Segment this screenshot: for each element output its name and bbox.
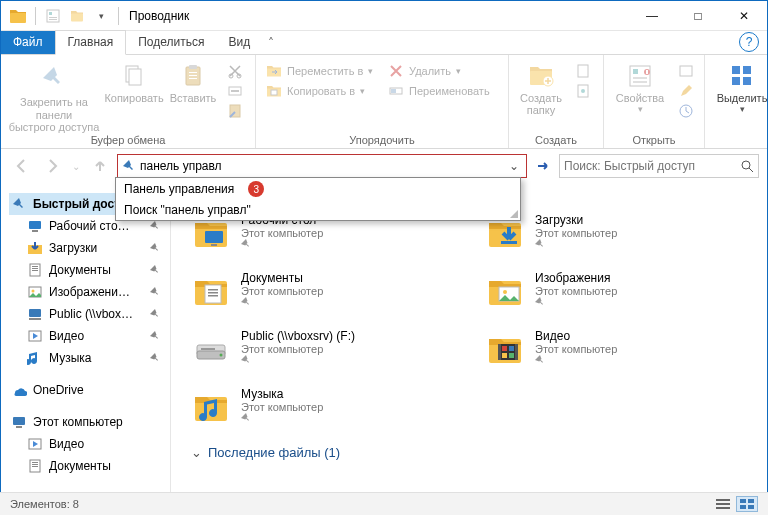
nav-up-button[interactable] (87, 153, 113, 179)
svg-rect-51 (29, 318, 41, 320)
folder-item[interactable]: Документы Этот компьютер (191, 271, 465, 311)
svg-point-75 (220, 354, 223, 357)
pin-icon (535, 239, 617, 249)
new-folder-button[interactable]: Создать папку (515, 58, 567, 116)
folder-item[interactable]: Загрузки Этот компьютер (485, 213, 759, 253)
sidebar-item-label: Public (\\vbox… (49, 307, 133, 321)
tab-file[interactable]: Файл (1, 31, 55, 54)
resize-gripper[interactable] (508, 208, 518, 218)
copy-path-button[interactable] (223, 82, 249, 100)
address-bar[interactable]: ⌄ (117, 154, 527, 178)
svg-rect-2 (49, 12, 52, 15)
folder-item[interactable]: Изображения Этот компьютер (485, 271, 759, 311)
pin-icon (535, 355, 617, 365)
new-item-button[interactable] (571, 62, 597, 80)
paste-shortcut-button[interactable] (223, 102, 249, 120)
group-label-clipboard: Буфер обмена (91, 134, 166, 148)
folder-item[interactable]: Музыка Этот компьютер (191, 387, 465, 427)
open-button[interactable] (674, 62, 698, 80)
svg-rect-89 (740, 499, 746, 503)
sidebar-item[interactable]: Видео (9, 433, 168, 455)
content-pane[interactable]: Рабочий стол Этот компьютер Загрузки Это… (171, 183, 767, 493)
history-button[interactable] (674, 102, 698, 120)
details-view-button[interactable] (712, 496, 734, 512)
onedrive-icon (11, 382, 27, 398)
qat-properties-icon[interactable] (42, 5, 64, 27)
pin-quick-access-button[interactable]: Закрепить на панели быстрого доступа (7, 58, 101, 134)
ribbon-group-select: Выделить ▾ (705, 55, 768, 148)
pin-icon (150, 265, 166, 275)
move-to-button[interactable]: Переместить в ▾ (262, 62, 380, 80)
svg-point-49 (32, 290, 35, 293)
copy-button[interactable]: Копировать (105, 58, 163, 104)
tab-home[interactable]: Главная (55, 30, 127, 55)
svg-rect-38 (732, 77, 740, 85)
folder-item[interactable]: Видео Этот компьютер (485, 329, 759, 369)
svg-rect-79 (498, 344, 501, 360)
annotation-badge: 3 (248, 181, 264, 197)
folder-item[interactable]: Public (\\vboxsrv) (F:) Этот компьютер (191, 329, 465, 369)
properties-button[interactable]: Свойства ▾ (610, 58, 670, 114)
help-button[interactable]: ? (739, 32, 759, 52)
pin-icon (241, 239, 323, 249)
svg-rect-5 (71, 13, 83, 21)
paste-button[interactable]: Вставить (167, 58, 219, 104)
address-dropdown[interactable]: ⌄ (506, 159, 522, 173)
qat-new-folder-icon[interactable] (66, 5, 88, 27)
onedrive-label: OneDrive (33, 383, 84, 397)
folder-icon (27, 306, 43, 322)
svg-rect-54 (16, 426, 22, 428)
rename-label: Переименовать (409, 85, 490, 97)
pin-quick-access-label: Закрепить на панели быстрого доступа (7, 96, 101, 134)
sidebar-item[interactable]: Документы (9, 259, 168, 281)
sidebar-item[interactable]: Музыка (9, 347, 168, 369)
search-input[interactable] (564, 156, 736, 176)
pin-icon (241, 355, 355, 365)
suggestion-item[interactable]: Панель управления 3 (116, 178, 520, 200)
sidebar-item[interactable]: Public (\\vbox… (9, 303, 168, 325)
go-button[interactable] (531, 154, 555, 178)
ribbon-collapse-button[interactable]: ˄ (262, 34, 280, 52)
minimize-button[interactable]: — (629, 1, 675, 31)
svg-rect-62 (211, 244, 217, 246)
cut-button[interactable] (223, 62, 249, 80)
edit-button[interactable] (674, 82, 698, 100)
select-button[interactable]: Выделить ▾ (711, 58, 768, 114)
ribbon-tabs: Файл Главная Поделиться Вид ˄ ? (1, 31, 767, 55)
pin-icon (150, 309, 166, 319)
sidebar-onedrive[interactable]: OneDrive (9, 379, 168, 401)
paste-label: Вставить (170, 92, 217, 104)
sidebar-item[interactable]: Документы (9, 455, 168, 477)
properties-label: Свойства (616, 92, 664, 104)
nav-back-button[interactable] (9, 153, 35, 179)
sidebar-item[interactable]: Изображени… (9, 281, 168, 303)
quick-access-label: Быстрый досту (33, 197, 127, 211)
nav-forward-button[interactable] (39, 153, 65, 179)
sidebar-item[interactable]: Видео (9, 325, 168, 347)
tab-view[interactable]: Вид (216, 31, 262, 54)
nav-recent-dropdown[interactable]: ⌄ (69, 153, 83, 179)
search-icon[interactable] (740, 159, 754, 173)
folder-location: Этот компьютер (535, 343, 617, 355)
copy-to-button[interactable]: Копировать в ▾ (262, 82, 380, 100)
qat-customize-dropdown[interactable]: ▾ (90, 5, 112, 27)
sidebar-this-pc[interactable]: Этот компьютер (9, 411, 168, 433)
svg-point-72 (503, 290, 507, 294)
search-box[interactable] (559, 154, 759, 178)
delete-button[interactable]: Удалить ▾ (384, 62, 502, 80)
easy-access-button[interactable] (571, 82, 597, 100)
close-button[interactable]: ✕ (721, 1, 767, 31)
sidebar-item[interactable]: Загрузки (9, 237, 168, 259)
address-input[interactable] (140, 156, 502, 176)
folder-icon (27, 284, 43, 300)
tab-share[interactable]: Поделиться (126, 31, 216, 54)
rename-button[interactable]: Переименовать (384, 82, 502, 100)
maximize-button[interactable]: □ (675, 1, 721, 31)
svg-rect-20 (271, 90, 277, 95)
svg-rect-1 (47, 10, 59, 22)
svg-rect-36 (732, 66, 740, 74)
pin-icon (241, 413, 323, 423)
tiles-view-button[interactable] (736, 496, 758, 512)
suggestion-item[interactable]: Поиск "панель управл" (116, 200, 520, 220)
recent-files-header[interactable]: ⌄ Последние файлы (1) (191, 445, 759, 460)
